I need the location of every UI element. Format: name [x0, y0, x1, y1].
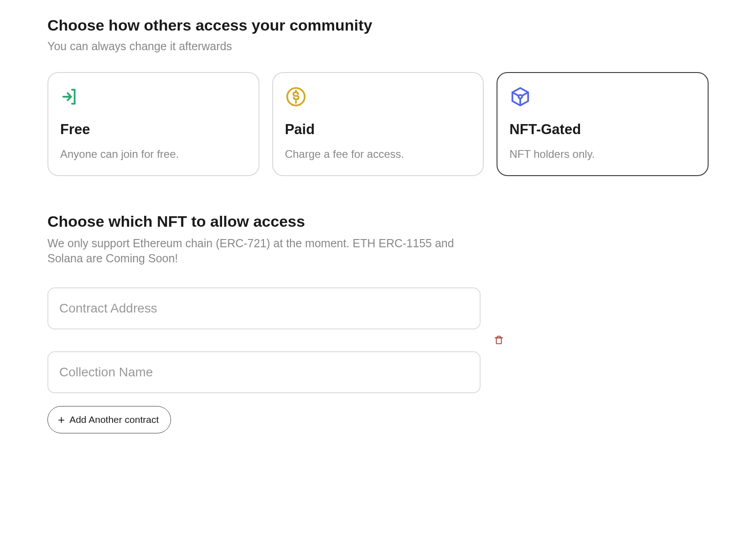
nft-section-subtitle: We only support Ethereum chain (ERC-721)…: [47, 236, 485, 266]
nft-inputs-column: [47, 287, 481, 393]
access-section-subtitle: You can always change it afterwards: [47, 40, 709, 53]
access-card-paid-title: Paid: [285, 121, 471, 138]
enter-icon: [60, 86, 82, 108]
nft-form-row: [47, 287, 709, 393]
svg-rect-7: [497, 338, 502, 344]
trash-icon: [494, 334, 504, 346]
access-card-nft-desc: NFT holders only.: [509, 148, 696, 161]
access-section-title: Choose how others access your community: [47, 16, 709, 34]
access-card-paid-desc: Charge a fee for access.: [285, 148, 471, 161]
cube-icon: [509, 86, 531, 108]
add-contract-button[interactable]: + Add Another contract: [47, 406, 171, 433]
dollar-circle-icon: [285, 86, 307, 108]
svg-point-6: [519, 95, 523, 99]
access-card-nft-title: NFT-Gated: [509, 121, 696, 138]
nft-section-title: Choose which NFT to allow access: [47, 213, 709, 230]
access-card-free[interactable]: Free Anyone can join for free.: [47, 72, 259, 176]
access-card-free-desc: Anyone can join for free.: [60, 148, 247, 161]
contract-address-input[interactable]: [47, 287, 481, 329]
delete-contract-button[interactable]: [492, 333, 506, 348]
access-card-paid[interactable]: Paid Charge a fee for access.: [272, 72, 484, 176]
access-card-free-title: Free: [60, 121, 247, 138]
access-card-nft[interactable]: NFT-Gated NFT holders only.: [497, 72, 709, 176]
add-contract-label: Add Another contract: [69, 414, 159, 425]
plus-icon: +: [58, 414, 65, 426]
collection-name-input[interactable]: [47, 351, 481, 393]
access-cards-row: Free Anyone can join for free. Paid Char…: [47, 72, 709, 176]
